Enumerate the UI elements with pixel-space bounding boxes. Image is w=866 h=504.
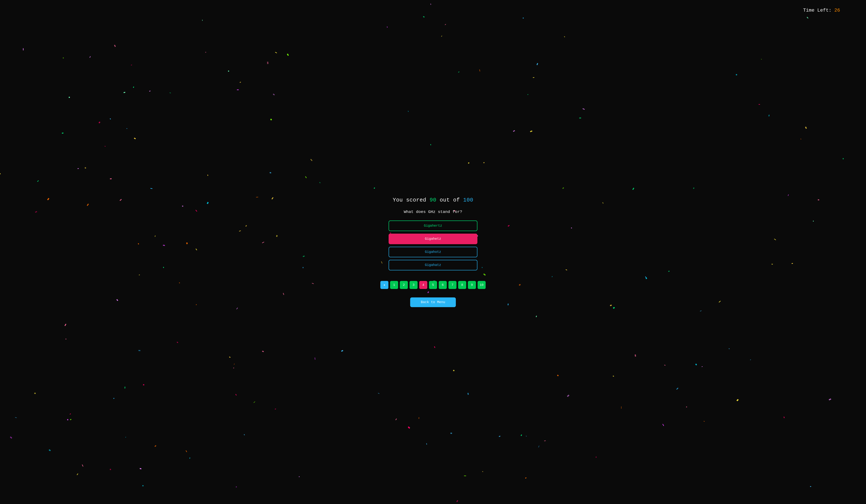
- timer-value: 26: [834, 8, 840, 13]
- score-prefix: You scored: [393, 197, 430, 203]
- answer-button-1[interactable]: Gigahetz: [389, 233, 477, 244]
- answers-container: Gigahertz Gigahetz Gigahotz Gigahatz: [389, 220, 477, 271]
- answer-button-2[interactable]: Gigahotz: [389, 247, 477, 257]
- pagination-item-5[interactable]: 6: [439, 281, 447, 289]
- pagination-item-6[interactable]: 7: [448, 281, 456, 289]
- score-total: 100: [463, 197, 474, 203]
- back-to-menu-button[interactable]: Back to Menu: [410, 297, 456, 307]
- answer-button-0[interactable]: Gigahertz: [389, 220, 477, 231]
- main-content: You scored 90 out of 100 What does GHz s…: [369, 197, 497, 307]
- score-middle: out of: [440, 197, 463, 203]
- timer-display: Time Left: 26: [803, 8, 840, 13]
- pagination-item-3[interactable]: 4: [419, 281, 427, 289]
- pagination-item-9[interactable]: 10: [478, 281, 486, 289]
- pagination: ★ 1 2 3 4 5 6 7 8 9 10: [380, 281, 486, 289]
- score-value: 90: [430, 197, 440, 203]
- answer-button-3[interactable]: Gigahatz: [389, 260, 477, 271]
- question-text: What does GHz stand for?: [404, 209, 462, 214]
- pagination-star[interactable]: ★: [380, 281, 388, 289]
- score-display: You scored 90 out of 100: [393, 197, 474, 203]
- pagination-item-0[interactable]: 1: [390, 281, 398, 289]
- pagination-item-8[interactable]: 9: [468, 281, 476, 289]
- pagination-item-1[interactable]: 2: [400, 281, 408, 289]
- pagination-item-2[interactable]: 3: [410, 281, 418, 289]
- pagination-item-4[interactable]: 5: [429, 281, 437, 289]
- pagination-item-7[interactable]: 8: [458, 281, 466, 289]
- timer-label: Time Left:: [803, 8, 831, 13]
